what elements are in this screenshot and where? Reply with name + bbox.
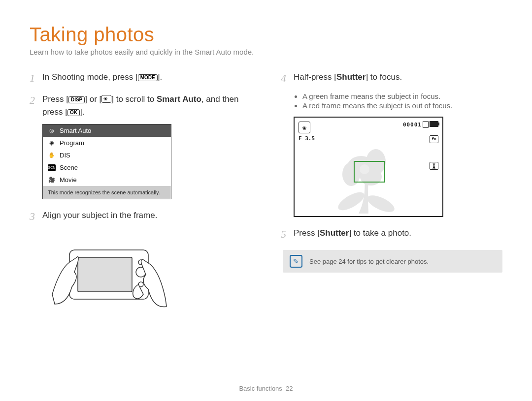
storage-icon [423,121,429,128]
step-4: 4 Half-press [Shutter] to focus. [281,70,502,86]
macro-button-icon [101,95,111,103]
step1-text-b: ]. [158,72,162,82]
mode-label: Program [60,139,84,147]
flash-auto-badge: ❀A [430,162,438,170]
battery-icon [430,121,438,127]
mode-menu: ◎ Smart Auto ◉ Program ✋ DIS SCN Scene 🎥 [42,124,171,199]
svg-point-11 [365,192,397,214]
page-footer: Basic functions 22 [0,385,532,392]
shot-counter: 00001 [403,122,422,128]
mode-menu-item-scene: SCN Scene [43,161,171,174]
photo-size-badge: Pn [430,135,438,143]
mode-menu-hint: This mode recognizes the scene automatic… [43,186,171,199]
mode-menu-item-smart-auto: ◎ Smart Auto [43,124,171,137]
smart-auto-scene-icon: ❀ [299,122,310,133]
step4-b: ] to focus. [366,72,402,82]
tip-box: ✎ See page 24 for tips to get clearer ph… [283,250,502,273]
bullet-red: A red frame means the subject is out of … [302,101,502,110]
step-number: 3 [30,208,42,224]
mode-label: Smart Auto [60,127,91,134]
step-5: 5 Press [Shutter] to take a photo. [281,226,502,242]
camera-hands-illustration [42,235,175,319]
footer-page-number: 22 [286,385,293,392]
step-number: 2 [30,92,42,118]
mode-button-label: MODE [138,74,158,81]
camera-p-icon: ◉ [48,140,56,147]
step3-text: Align your subject in the frame. [42,208,157,224]
mode-label: Movie [60,176,77,184]
right-column: 4 Half-press [Shutter] to focus. A green… [281,70,502,321]
step5-a: Press [ [294,228,320,238]
step-number: 4 [281,70,294,86]
left-column: 1 In Shooting mode, press [MODE]. 2 Pres… [30,70,251,321]
step4-bold: Shutter [336,72,366,82]
footer-section: Basic functions [239,385,282,392]
ok-button-label: OK [67,109,80,116]
step2-c: ] to scroll to [111,94,157,104]
camera-icon: ◎ [48,127,56,134]
hand-icon: ✋ [48,152,56,159]
page-subtitle: Learn how to take photos easily and quic… [30,48,502,56]
step-2: 2 Press [DISP] or [] to scroll to Smart … [30,92,251,118]
step2-b: ] or [ [85,94,101,104]
step4-a: Half-press [ [294,72,336,82]
step5-b: ] to take a photo. [349,228,411,238]
step2-e: ]. [80,107,84,117]
focus-bullets: A green frame means the subject in focus… [294,92,502,110]
focus-frame [354,161,385,183]
aperture-readout: F 3.5 [299,135,315,142]
step2-bold: Smart Auto [157,94,201,104]
step-number: 5 [281,226,294,242]
disp-button-label: DISP [68,96,85,103]
step-1: 1 In Shooting mode, press [MODE]. [30,70,251,86]
mode-label: DIS [60,152,70,159]
scn-icon: SCN [48,164,56,171]
step5-bold: Shutter [320,228,349,238]
mode-label: Scene [60,164,78,171]
step2-a: Press [ [42,94,68,104]
svg-rect-1 [78,257,132,292]
step1-text-a: In Shooting mode, press [ [42,72,138,82]
mode-menu-item-dis: ✋ DIS [43,149,171,161]
step-number: 1 [30,70,42,86]
lcd-preview: ❀ 00001 F 3.5 Pn ❀A [294,117,443,217]
bullet-green: A green frame means the subject in focus… [302,92,502,100]
step-3: 3 Align your subject in the frame. [30,208,251,224]
page-title: Taking photos [30,24,502,46]
mode-menu-item-program: ◉ Program [43,137,171,149]
movie-icon: 🎥 [48,177,56,184]
mode-menu-item-movie: 🎥 Movie [43,174,171,186]
tip-text: See page 24 for tips to get clearer phot… [309,258,429,265]
note-icon: ✎ [290,255,302,268]
